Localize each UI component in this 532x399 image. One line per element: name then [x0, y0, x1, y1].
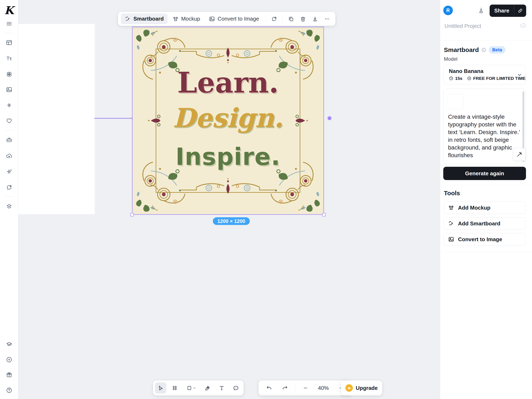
- text-tool-button[interactable]: [216, 382, 227, 394]
- mockup-tab[interactable]: Mockup: [169, 13, 204, 24]
- mockup-tshirt-icon: [172, 16, 179, 22]
- share-button[interactable]: Share: [490, 5, 526, 17]
- comment-icon: [233, 385, 239, 391]
- canvas[interactable]: Learn. Design. Inspire. 1200 × 1200 Smar…: [18, 0, 440, 399]
- enhance-prompt-button[interactable]: [513, 148, 526, 161]
- zoom-level[interactable]: 40%: [316, 385, 331, 391]
- selection-handle-bottom-right[interactable]: [322, 213, 326, 216]
- model-selector[interactable]: Nano Banana 15s FREE FOR LIMITED TIME: [443, 65, 526, 84]
- ai-chat-button[interactable]: [269, 13, 279, 24]
- delete-button[interactable]: [298, 13, 308, 24]
- shape-icon: [186, 385, 192, 391]
- text-tool-icon: [219, 385, 225, 391]
- right-panel: R Share Untitled Project Smartboard Beta…: [440, 0, 532, 399]
- left-sidebar: K: [0, 0, 18, 399]
- more-options-button[interactable]: [322, 13, 332, 24]
- image-icon[interactable]: [5, 85, 14, 94]
- duplicate-button[interactable]: [285, 13, 296, 24]
- convert-to-image-tab-label: Convert to Image: [218, 16, 259, 22]
- neighbor-frame[interactable]: [18, 24, 95, 214]
- minus-icon: [303, 386, 308, 391]
- model-label: Model: [444, 56, 457, 62]
- frame-size-badge: 1200 × 1200: [213, 217, 250, 225]
- frame-icon: [172, 385, 178, 391]
- panel-divider: [440, 40, 532, 40]
- cloud-sync-icon: [519, 22, 527, 29]
- toolbar-divider: [295, 384, 295, 392]
- poster-text-learn: Learn.: [133, 66, 323, 99]
- toolbar-divider: [282, 15, 283, 23]
- templates-icon[interactable]: [5, 38, 14, 47]
- history-zoom-toolbar: 40%: [259, 380, 352, 395]
- prompt-thumbnail: [448, 94, 463, 109]
- download-icon: [312, 16, 318, 22]
- panel-divider: [440, 252, 532, 252]
- generated-poster[interactable]: Learn. Design. Inspire.: [133, 27, 323, 214]
- zoom-out-button[interactable]: [300, 382, 311, 394]
- select-tool-button[interactable]: [155, 382, 166, 394]
- clipart-icon[interactable]: [5, 70, 14, 79]
- panel-divider: [440, 185, 532, 185]
- frame-tool-button[interactable]: [169, 382, 180, 394]
- kittl-editor: K: [0, 0, 532, 399]
- smartboard-icon: [448, 220, 454, 227]
- smartboard-tab-label: Smartboard: [133, 16, 164, 22]
- crown-coin-icon: [345, 384, 353, 392]
- poster-text-design: Design.: [133, 103, 323, 133]
- gift-icon[interactable]: [5, 370, 14, 380]
- convert-to-image-button[interactable]: Convert to Image: [443, 233, 526, 245]
- smartboard-tab[interactable]: Smartboard: [121, 13, 167, 24]
- copy-link-button[interactable]: [514, 8, 526, 13]
- prompt-text[interactable]: Create a vintage-style typography poster…: [448, 113, 520, 159]
- promo-sparkle-icon: [467, 76, 472, 81]
- panel-download-button[interactable]: [478, 7, 486, 15]
- menu-icon[interactable]: [5, 19, 14, 28]
- convert-image-icon: [448, 236, 454, 242]
- model-time: 15s: [455, 76, 462, 81]
- undo-button[interactable]: [264, 382, 275, 394]
- ai-chat-icon: [271, 16, 277, 22]
- selection-handle-bottom-left[interactable]: [130, 213, 134, 216]
- download-button[interactable]: [310, 13, 320, 24]
- chevron-down-icon: [517, 72, 522, 78]
- upload-icon[interactable]: [5, 151, 14, 161]
- add-mockup-label: Add Mockup: [458, 205, 490, 211]
- convert-to-image-tab[interactable]: Convert to Image: [205, 13, 263, 24]
- more-icon: [324, 16, 330, 22]
- comment-tool-button[interactable]: [230, 382, 241, 394]
- help-icon[interactable]: [5, 386, 14, 395]
- mockup-tshirt-icon: [448, 205, 454, 211]
- add-mockup-button[interactable]: Add Mockup: [443, 201, 526, 214]
- undo-icon: [266, 385, 272, 391]
- favorites-icon[interactable]: [5, 116, 14, 125]
- text-icon[interactable]: [5, 54, 14, 63]
- flow-connector-arrow: [94, 116, 136, 121]
- add-smartboard-label: Add Smartboard: [458, 220, 500, 227]
- clock-icon: [449, 76, 453, 81]
- model-name: Nano Banana: [449, 68, 483, 74]
- shape-tool-button[interactable]: [183, 382, 199, 394]
- credits-icon[interactable]: [5, 355, 14, 364]
- flow-node-handle[interactable]: [328, 116, 331, 120]
- mockup-tab-label: Mockup: [181, 16, 200, 22]
- ai-sparkle-icon[interactable]: [5, 167, 14, 176]
- avatar[interactable]: R: [443, 6, 453, 15]
- convert-image-icon: [209, 16, 215, 22]
- generate-again-button[interactable]: Generate again: [443, 167, 526, 180]
- redo-button[interactable]: [279, 382, 291, 394]
- learn-icon[interactable]: [5, 340, 14, 349]
- texture-icon[interactable]: [5, 101, 14, 110]
- pen-tool-button[interactable]: [202, 382, 213, 394]
- add-smartboard-button[interactable]: Add Smartboard: [443, 217, 526, 230]
- pen-icon: [204, 385, 211, 391]
- ai-chat-icon[interactable]: [5, 183, 14, 192]
- project-name[interactable]: Untitled Project: [444, 23, 481, 29]
- layers-icon[interactable]: [5, 202, 14, 211]
- upgrade-button[interactable]: Upgrade: [341, 380, 382, 395]
- info-icon[interactable]: [481, 47, 486, 52]
- brand-kit-icon[interactable]: [5, 135, 14, 144]
- link-icon: [518, 8, 523, 13]
- cursor-icon: [158, 385, 164, 391]
- duplicate-icon: [288, 16, 294, 22]
- kittl-logo[interactable]: K: [4, 5, 14, 16]
